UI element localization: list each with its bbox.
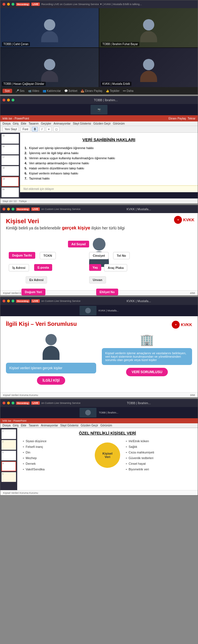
close-btn-4[interactable] (3, 300, 5, 302)
menu-slayt-gosterisi[interactable]: Slayt Gösterisi (73, 122, 91, 125)
min-btn-4[interactable] (7, 300, 10, 302)
ppt-thumb5-4[interactable]: 4 (1, 461, 16, 471)
min-btn-1[interactable] (7, 3, 10, 6)
ppt-thumb-16[interactable]: 16 (1, 145, 19, 154)
menu-ekle[interactable]: Ekle (21, 122, 26, 125)
close-btn-5[interactable] (3, 402, 5, 404)
ilgili-person-body (43, 346, 60, 360)
ilgili-left-box: Kişisel verileri işlenen gerçek kişiler (6, 363, 96, 373)
tag-ev-adresi[interactable]: Ev Adresi (26, 276, 47, 284)
menu-tasarim[interactable]: Tasarım (28, 122, 39, 125)
note-placeholder: Not eklemek için tıklayın (23, 187, 54, 191)
toolbar-chat[interactable]: 💬 Sohbet (64, 89, 77, 92)
tag-yas[interactable]: Yaş (89, 264, 101, 271)
tag-e-posta[interactable]: E-posta (34, 264, 52, 271)
tag-tel-no[interactable]: Tel No (113, 252, 130, 259)
menu5-gozden[interactable]: Gözden Geçir (81, 424, 98, 427)
ppt-thumb5-2[interactable]: 2 (1, 440, 16, 450)
tag-arac-plaka[interactable]: Araç Plaka (104, 264, 127, 271)
tag-cinsiyet[interactable]: Cinsiyet (89, 252, 109, 259)
menu-giris[interactable]: Giriş (13, 122, 19, 125)
menu5-giris[interactable]: Giriş (13, 424, 19, 427)
footer-right-3: 4/68 (190, 292, 195, 295)
tag-ehliyet-no[interactable]: Ehliyet No (96, 289, 118, 295)
ozel-right-list: Irk/Etnik köken Sağlık Ceza mahkumiyeti … (125, 438, 193, 472)
tag-tckn[interactable]: TCKN (40, 252, 56, 259)
participant-figure-3 (41, 59, 58, 82)
ilgili-kisi-btn[interactable]: İLGİLİ KİŞİ (37, 376, 65, 385)
ozel-right-5: Cinsel hayat (125, 461, 193, 466)
titlebar-4: Recording LIVE on Custom Live Streaming … (0, 297, 198, 305)
ppt-thumb-20[interactable]: 20 (1, 187, 19, 197)
veri-sorumlusu-btn[interactable]: VERİ SORUMLUSU (126, 368, 168, 376)
ribbon-align[interactable]: ≡ (46, 127, 52, 132)
video-label-1: TOBB | Cahit Çeran (2, 42, 30, 46)
tag-dogum-tarihi[interactable]: Doğum Tarihi (9, 252, 35, 259)
ozel-left-6: Vakıf/Sendika (22, 466, 90, 472)
ppt-thumb-15[interactable]: 15 (1, 134, 19, 144)
ppt-thumb5-5[interactable]: 5 (1, 472, 16, 482)
building-icon: 🏢 (140, 334, 154, 345)
menu5-ekle[interactable]: Ekle (21, 424, 26, 427)
ppt-file-5[interactable]: krkk ise - PowerPoint (3, 419, 27, 422)
min-btn-5[interactable] (7, 402, 10, 404)
tag-is-adresi[interactable]: İş Adresi (9, 264, 29, 271)
participant-figure-2 (140, 19, 157, 42)
ppt-ribbon-bar: Yeni Slayt Font B I ≡ ◻ (0, 126, 198, 132)
end-meeting-btn[interactable]: Son (3, 89, 12, 93)
max-btn-4[interactable] (12, 300, 14, 302)
ppt-thumb-18[interactable]: 18 (1, 166, 19, 176)
menu5-dosya[interactable]: Dosya (3, 424, 10, 427)
ozel-right-2: Sağlık (125, 444, 193, 450)
ribbon-italic[interactable]: I (39, 127, 44, 132)
menu-dosya[interactable]: Dosya (3, 122, 10, 125)
ppt-slide-main: VERİ SAHİBİNİN HAKLARI Kişisel veri işle… (20, 133, 198, 185)
ribbon-new-slide[interactable]: Yeni Slayt (3, 127, 19, 132)
min-btn-3[interactable] (7, 208, 10, 211)
ppt-replay-btn[interactable]: Tekrar (188, 117, 195, 120)
close-btn-1[interactable] (3, 3, 5, 6)
ozel-content: Siyasi düşünce Felsefi inanç Din Mezhep … (22, 438, 193, 472)
menu-gorunum[interactable]: Görünüm (113, 122, 125, 125)
ppt-slide-panel-5: 1 2 3 4 5 (0, 428, 17, 490)
kvkk-icon-4: ✦ (172, 321, 180, 329)
ribbon-font[interactable]: Font (21, 127, 30, 132)
tag-ad-soyad[interactable]: Ad Soyad (68, 241, 89, 247)
slide-item-4: Veri aktarılıp aktarılmadığını öğrenme h… (25, 161, 193, 166)
ribbon-bold[interactable]: B (32, 127, 38, 132)
menu5-tasarim[interactable]: Tasarım (28, 424, 39, 427)
max-btn-5[interactable] (12, 402, 14, 404)
video-label-4: KVKK | Mustafa Erbilli (101, 82, 131, 86)
max-btn-3[interactable] (12, 208, 14, 211)
ppt-thumb-17[interactable]: 17 (1, 155, 19, 165)
menu5-slayt[interactable]: Slayt Gösterisi (60, 424, 78, 427)
ppt-share-btn[interactable]: Ekranı Paylaş (169, 117, 186, 120)
toolbar-reactions[interactable]: 👍 Tepkiler (106, 89, 120, 92)
toolbar-share[interactable]: 📤 Ekranı Paylaş (81, 89, 102, 92)
toolbar-video[interactable]: 📹 Video (28, 89, 39, 92)
toolbar-more[interactable]: ••• Daha (123, 89, 133, 92)
min-btn-2[interactable] (7, 99, 10, 101)
ppt-thumb5-1[interactable]: 1 (1, 429, 16, 439)
ribbon-shape[interactable]: ◻ (53, 127, 60, 132)
toolbar-participants[interactable]: 👥 Katılımcılar (43, 89, 61, 92)
ppt-thumb-19[interactable]: 19 (1, 177, 19, 187)
menu-animasyonlar[interactable]: Animasyonlar (54, 122, 71, 125)
tag-unvan[interactable]: Unvan (89, 276, 106, 284)
menu5-gorunum[interactable]: Görünüm (100, 424, 112, 427)
menu-gecisler[interactable]: Geçişler (41, 122, 51, 125)
menu5-animasyonlar[interactable]: Animasyonlar (41, 424, 58, 427)
max-btn-2[interactable] (12, 99, 14, 101)
toolbar-audio[interactable]: 🎤 Ses (16, 89, 25, 92)
zoom-window-3: Recording LIVE on Custom Live Streaming … (0, 205, 198, 296)
ppt-thumb5-3[interactable]: 3 (1, 451, 16, 461)
title-5: TOBB | İbrahim... (82, 401, 195, 405)
menu-gozden-gecir[interactable]: Gözden Geçir (93, 122, 111, 125)
close-btn-3[interactable] (3, 208, 5, 211)
tag-dogum-yeri[interactable]: Doğum Yeri (21, 289, 45, 295)
ppt-status-bar: Slayt 19 / 22 Türkçe (0, 198, 198, 203)
max-btn-1[interactable] (12, 3, 14, 6)
subtitle-after: ilişkin her türlü bilgi (91, 226, 125, 230)
note-area[interactable]: Not eklemek için tıklayın (20, 185, 198, 192)
close-btn-2[interactable] (3, 99, 5, 101)
